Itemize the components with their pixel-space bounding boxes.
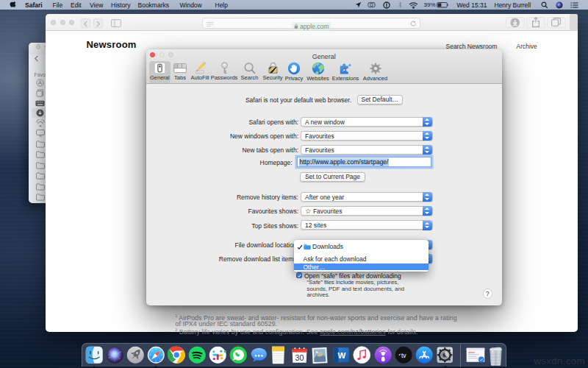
svg-text:30: 30 [295,353,304,362]
svg-text:tv: tv [401,352,406,359]
svg-text:W: W [338,350,346,359]
